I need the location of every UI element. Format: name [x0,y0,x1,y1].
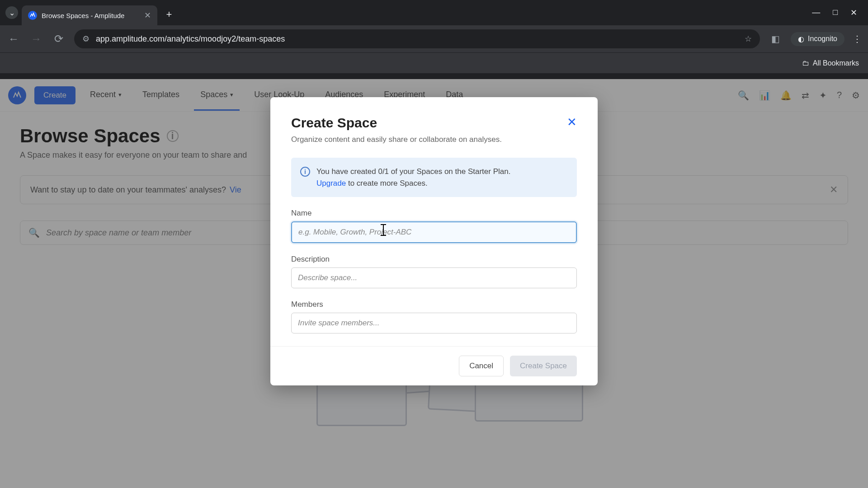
incognito-label: Incognito [808,35,837,43]
close-window-icon[interactable]: ✕ [850,8,857,18]
tab-search-dropdown[interactable]: ⌄ [5,6,18,19]
chevron-down-icon: ⌄ [9,9,15,17]
url-text: app.amplitude.com/analytics/moodjoy2/tea… [96,34,285,44]
forward-button[interactable]: → [29,33,43,45]
tab-bar: ⌄ Browse Spaces - Amplitude ✕ + ― □ ✕ [0,0,868,25]
maximize-icon[interactable]: □ [833,8,838,18]
banner-text: You have created 0/1 of your Spaces on t… [316,167,510,176]
bookmark-bar: 🗀 All Bookmarks [0,52,868,73]
reload-button[interactable]: ⟳ [52,33,66,45]
tab-close-icon[interactable]: ✕ [144,10,151,20]
modal-subtitle: Organize content and easily share or col… [291,135,577,144]
all-bookmarks-button[interactable]: 🗀 All Bookmarks [802,59,859,67]
modal-title: Create Space [291,115,377,131]
back-button[interactable]: ← [6,33,21,45]
browser-tab[interactable]: Browse Spaces - Amplitude ✕ [22,5,157,25]
side-panel-icon[interactable]: ◧ [768,33,783,44]
new-tab-button[interactable]: + [161,6,177,23]
name-input[interactable] [291,221,577,243]
members-label: Members [291,300,577,309]
minimize-icon[interactable]: ― [812,8,820,18]
description-input[interactable] [291,267,577,288]
url-field[interactable]: ⚙ app.amplitude.com/analytics/moodjoy2/t… [74,29,760,48]
bookmark-star-icon[interactable]: ☆ [745,34,752,44]
browser-menu-icon[interactable]: ⋮ [853,33,862,44]
window-controls: ― □ ✕ [812,8,863,18]
banner-suffix: to create more Spaces. [346,179,427,188]
cancel-button[interactable]: Cancel [459,356,504,376]
create-space-button[interactable]: Create Space [510,356,577,376]
members-input[interactable] [291,313,577,333]
amplitude-favicon [28,11,37,20]
create-space-modal: Create Space ✕ Organize content and easi… [270,97,598,385]
url-bar: ← → ⟳ ⚙ app.amplitude.com/analytics/mood… [0,25,868,52]
browser-chrome: ⌄ Browse Spaces - Amplitude ✕ + ― □ ✕ ← … [0,0,868,79]
description-label: Description [291,255,577,264]
info-icon: i [300,167,310,177]
folder-icon: 🗀 [802,59,809,67]
incognito-badge[interactable]: ◐ Incognito [791,32,844,46]
name-label: Name [291,209,577,218]
modal-footer: Cancel Create Space [270,346,598,385]
site-settings-icon[interactable]: ⚙ [82,34,90,44]
modal-close-icon[interactable]: ✕ [567,115,577,129]
upgrade-banner: i You have created 0/1 of your Spaces on… [291,158,577,197]
upgrade-link[interactable]: Upgrade [316,179,346,188]
modal-overlay[interactable]: Create Space ✕ Organize content and easi… [0,79,868,488]
incognito-icon: ◐ [798,35,804,43]
tab-title: Browse Spaces - Amplitude [42,12,124,19]
